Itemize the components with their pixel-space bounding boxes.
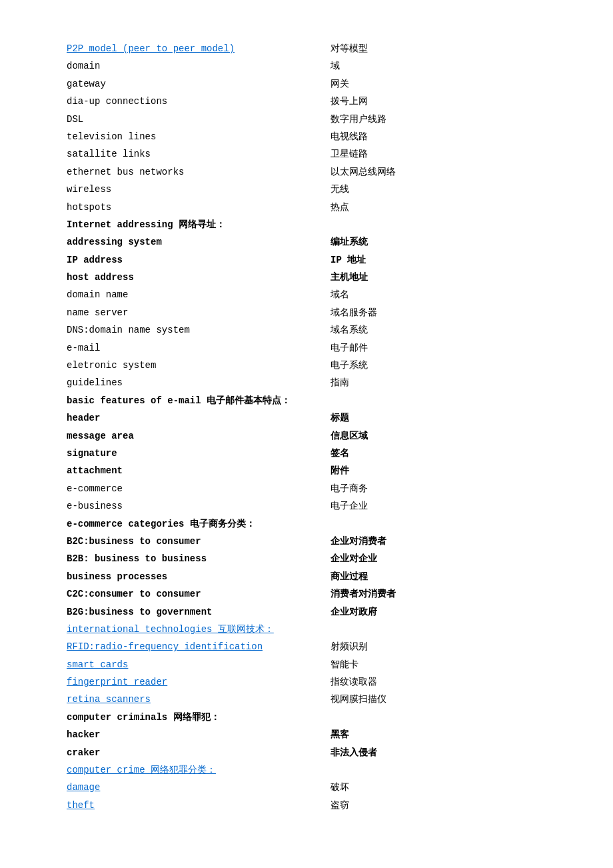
entry-zh: 数字用户线路 (330, 111, 546, 128)
table-row: domain域 (67, 57, 546, 75)
entry-en: domain (67, 57, 330, 75)
table-row: television lines电视线路 (67, 128, 546, 145)
entry-zh: 盗窃 (330, 797, 546, 814)
entry-zh: 指纹读取器 (330, 673, 546, 691)
entry-zh: 射频识别 (330, 638, 546, 655)
table-row: C2C:consumer to consumer消费者对消费者 (67, 585, 546, 603)
table-row: RFID:radio-frequency identification射频识别 (67, 638, 546, 655)
table-row: gateway网关 (67, 75, 546, 93)
entry-en: Internet addressing 网络寻址： (67, 216, 330, 233)
table-row: Internet addressing 网络寻址： (67, 216, 546, 233)
entry-zh: 卫星链路 (330, 145, 546, 163)
entry-zh: 域名服务器 (330, 304, 546, 321)
entry-zh (330, 392, 546, 409)
entry-en: B2B: business to business (67, 550, 330, 567)
entry-zh: 电子系统 (330, 357, 546, 374)
entry-zh: 主机地址 (330, 269, 546, 286)
entry-en: fingerprint reader (67, 673, 330, 691)
table-row: name server域名服务器 (67, 304, 546, 321)
entry-en: craker (67, 744, 330, 761)
vocab-table: P2P model (peer to peer model)对等模型domain… (67, 40, 546, 814)
entry-en: theft (67, 797, 330, 814)
table-row: hotspots热点 (67, 199, 546, 216)
table-row: craker非法入侵者 (67, 744, 546, 761)
table-row: retina scanners视网膜扫描仪 (67, 691, 546, 708)
entry-zh (330, 761, 546, 779)
table-row: satallite links卫星链路 (67, 145, 546, 163)
entry-en: addressing system (67, 233, 330, 251)
table-row: domain name域名 (67, 286, 546, 303)
table-row: ethernet bus networks以太网总线网络 (67, 163, 546, 181)
table-row: B2C:business to consumer企业对消费者 (67, 533, 546, 550)
table-row: computer crime 网络犯罪分类： (67, 761, 546, 779)
entry-en: hacker (67, 726, 330, 743)
entry-zh (330, 515, 546, 533)
entry-en: e-business (67, 497, 330, 515)
entry-zh: 电子企业 (330, 497, 546, 515)
entry-en: header (67, 409, 330, 427)
entry-en: retina scanners (67, 691, 330, 708)
table-row: signature签名 (67, 445, 546, 462)
entry-en: ethernet bus networks (67, 163, 330, 181)
entry-en: gateway (67, 75, 330, 93)
table-row: e-commerce categories 电子商务分类： (67, 515, 546, 533)
entry-zh: 签名 (330, 445, 546, 462)
entry-zh: IP 地址 (330, 251, 546, 269)
entry-zh: 视网膜扫描仪 (330, 691, 546, 708)
entry-zh: 编址系统 (330, 233, 546, 251)
entry-en: RFID:radio-frequency identification (67, 638, 330, 655)
entry-zh: 信息区域 (330, 427, 546, 445)
entry-zh: 破坏 (330, 779, 546, 796)
entry-zh: 企业对企业 (330, 550, 546, 567)
table-row: theft盗窃 (67, 797, 546, 814)
entry-zh: 指南 (330, 374, 546, 391)
table-row: fingerprint reader指纹读取器 (67, 673, 546, 691)
entry-en: damage (67, 779, 330, 796)
entry-en: IP address (67, 251, 330, 269)
table-row: DSL数字用户线路 (67, 111, 546, 128)
table-row: guidelines指南 (67, 374, 546, 391)
table-row: attachment附件 (67, 462, 546, 479)
entry-en: satallite links (67, 145, 330, 163)
table-row: eletronic system电子系统 (67, 357, 546, 374)
entry-en: message area (67, 427, 330, 445)
entry-zh: 域 (330, 57, 546, 75)
table-row: e-commerce电子商务 (67, 480, 546, 497)
entry-zh: 电子邮件 (330, 339, 546, 357)
entry-zh: 电子商务 (330, 480, 546, 497)
entry-zh: 商业过程 (330, 568, 546, 585)
entry-en: DNS:domain name system (67, 321, 330, 339)
entry-en: wireless (67, 181, 330, 198)
entry-en: name server (67, 304, 330, 321)
table-row: hacker黑客 (67, 726, 546, 743)
entry-zh: 热点 (330, 199, 546, 216)
entry-zh: 企业对消费者 (330, 533, 546, 550)
entry-en: B2G:business to government (67, 603, 330, 621)
table-row: e-mail电子邮件 (67, 339, 546, 357)
entry-en: signature (67, 445, 330, 462)
entry-zh: 电视线路 (330, 128, 546, 145)
entry-en: hotspots (67, 199, 330, 216)
entry-zh: 以太网总线网络 (330, 163, 546, 181)
table-row: dia-up connections拨号上网 (67, 93, 546, 110)
entry-zh: 附件 (330, 462, 546, 479)
entry-zh: 消费者对消费者 (330, 585, 546, 603)
entry-en: domain name (67, 286, 330, 303)
entry-en: computer criminals 网络罪犯： (67, 709, 330, 726)
entry-zh: 域名系统 (330, 321, 546, 339)
entry-en: computer crime 网络犯罪分类： (67, 761, 330, 779)
table-row: computer criminals 网络罪犯： (67, 709, 546, 726)
table-row: DNS:domain name system域名系统 (67, 321, 546, 339)
entry-zh: 网关 (330, 75, 546, 93)
table-row: smart cards智能卡 (67, 656, 546, 673)
table-row: P2P model (peer to peer model)对等模型 (67, 40, 546, 57)
entry-en: guidelines (67, 374, 330, 391)
table-row: business processes商业过程 (67, 568, 546, 585)
entry-en: attachment (67, 462, 330, 479)
entry-en: host address (67, 269, 330, 286)
entry-en: C2C:consumer to consumer (67, 585, 330, 603)
table-row: message area信息区域 (67, 427, 546, 445)
entry-en: eletronic system (67, 357, 330, 374)
entry-zh: 域名 (330, 286, 546, 303)
entry-zh (330, 216, 546, 233)
